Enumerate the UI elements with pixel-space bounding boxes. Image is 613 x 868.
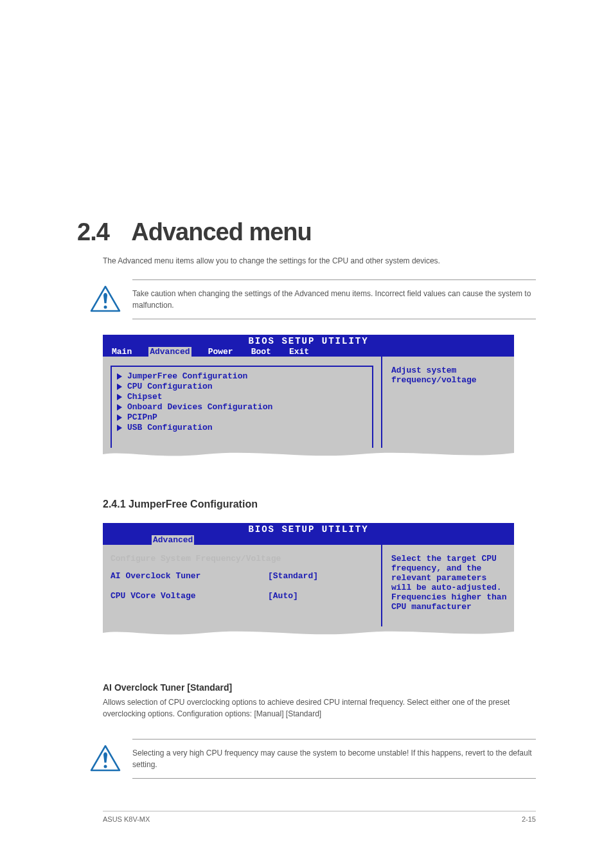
arrow-icon [117,404,122,411]
bios-tab-advanced: Advanced [152,535,194,545]
ai-overclock-body: Allows selection of CPU overclocking opt… [103,696,536,720]
menu-label: PCIPnP [127,412,157,422]
menu-label: CPU Configuration [127,382,213,391]
bios-tab-exit: Exit [288,347,310,357]
footer-right: 2-15 [522,815,536,823]
setting-row: AI Overclock Tuner [Standard] [111,571,373,581]
section-name: Advanced menu [131,218,312,246]
menu-label: JumperFree Configuration [127,371,247,381]
caution-block-2: Selecting a very high CPU frequency may … [90,739,536,779]
menu-item: JumperFree Configuration [117,371,367,381]
section-title: 2.4 Advanced menu [77,218,536,246]
bios-screenshot-2: BIOS SETUP UTILITY Advanced Configure Sy… [103,523,514,641]
setting-label: CPU VCore Voltage [111,591,268,601]
menu-label: USB Configuration [127,423,213,432]
menu-label: Onboard Devices Configuration [127,402,272,412]
menu-item: USB Configuration [117,423,367,432]
bios-tab-boot: Boot [250,347,272,357]
bios-screenshot-1: BIOS SETUP UTILITY Main Advanced Power B… [103,335,514,463]
arrow-icon [117,394,122,400]
setting-value: [Standard] [268,571,318,581]
caution-text-2: Selecting a very high CPU frequency may … [132,739,536,779]
intro-text: The Advanced menu items allow you to cha… [103,255,536,267]
menu-label: Chipset [127,392,163,402]
arrow-icon [117,373,122,380]
ai-overclock-title: AI Overclock Tuner [Standard] [103,682,536,693]
bios-tab-power: Power [207,347,235,357]
bios-section-header: Configure System Frequency/Voltage [111,554,373,563]
menu-item: PCIPnP [117,412,367,422]
menu-item: Chipset [117,392,367,402]
bios-help-text: Select the target CPU frequency, and the… [382,545,514,627]
bios-tab-main: Main [111,347,133,357]
setting-label: AI Overclock Tuner [111,571,268,581]
caution-block-1: Take caution when changing the settings … [90,279,536,319]
setting-row: CPU VCore Voltage [Auto] [111,591,373,601]
section-number: 2.4 [77,218,109,246]
arrow-icon [117,425,122,431]
caution-text-1: Take caution when changing the settings … [132,279,536,319]
arrow-icon [117,384,122,390]
svg-point-0 [104,306,107,309]
caution-icon [90,285,121,314]
setting-value: [Auto] [268,591,298,601]
menu-item: Onboard Devices Configuration [117,402,367,412]
bios-tab-advanced: Advanced [148,347,191,357]
caution-icon [90,745,121,773]
footer-left: ASUS K8V-MX [103,815,150,823]
arrow-icon [117,414,122,421]
bios-help-text: Adjust system frequency/voltage [382,357,514,448]
svg-point-1 [104,765,107,768]
page-footer: ASUS K8V-MX 2-15 [103,811,536,823]
subsection-title: 2.4.1 JumperFree Configuration [103,499,536,510]
menu-item: CPU Configuration [117,382,367,391]
